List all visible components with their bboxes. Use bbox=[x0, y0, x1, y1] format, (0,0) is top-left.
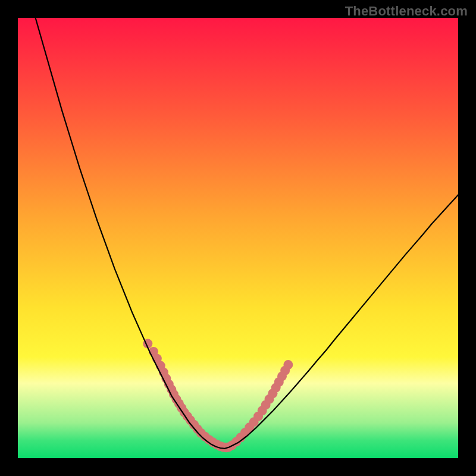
bottleneck-curve bbox=[36, 18, 458, 449]
marker-group bbox=[143, 339, 293, 453]
curve-marker bbox=[283, 360, 293, 369]
plot-area bbox=[18, 18, 458, 458]
watermark-text: TheBottleneck.com bbox=[345, 4, 468, 19]
curve-layer bbox=[18, 18, 458, 458]
chart-stage: TheBottleneck.com bbox=[0, 0, 476, 476]
